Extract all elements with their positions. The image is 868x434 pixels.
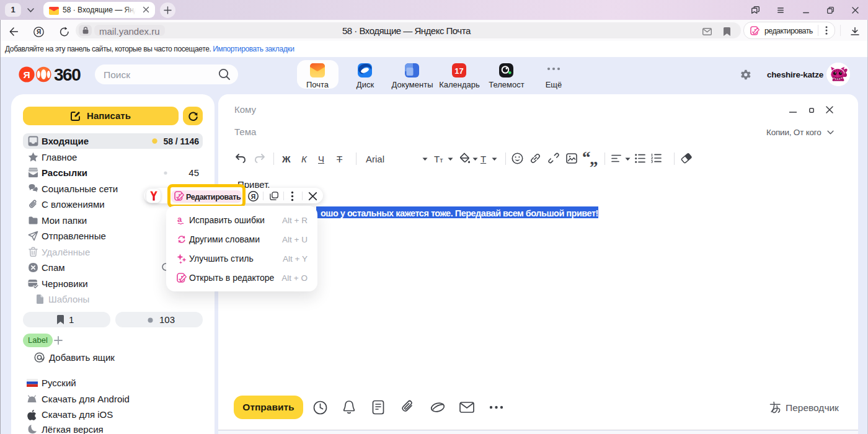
svg-text:“: “ xyxy=(582,151,591,167)
svg-text:Я: Я xyxy=(23,69,30,80)
svg-text:17: 17 xyxy=(454,66,463,76)
svg-text:“: “ xyxy=(590,152,598,167)
svg-text:Я: Я xyxy=(37,29,41,35)
svg-text:a: a xyxy=(177,215,182,224)
svg-text:Я: Я xyxy=(251,193,256,200)
